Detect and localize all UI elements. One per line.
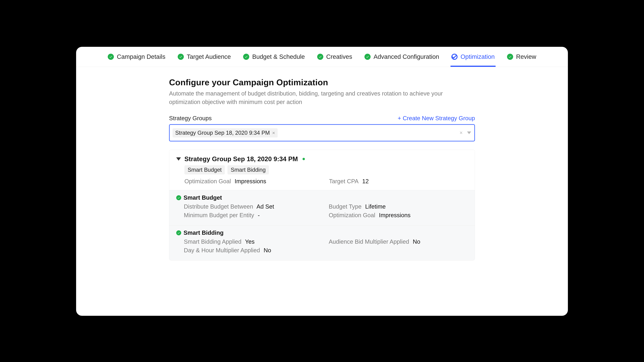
kv-value: No	[413, 238, 420, 245]
tag-smart-bidding: Smart Bidding	[228, 165, 269, 174]
step-campaign-details[interactable]: Campaign Details	[107, 47, 166, 67]
page-title: Configure your Campaign Optimization	[169, 77, 475, 87]
section-title: Smart Bidding	[184, 230, 224, 236]
kv-label: Target CPA	[329, 178, 358, 184]
kv-value: Impressions	[379, 212, 410, 218]
kv-budget-type: Budget Type Lifetime	[329, 203, 468, 210]
strategy-card: Strategy Group Sep 18, 2020 9:34 PM Smar…	[169, 150, 475, 261]
kv-value: 12	[362, 178, 369, 184]
kv-distribute-between: Distribute Budget Between Ad Set	[184, 203, 323, 210]
kv-value: Yes	[245, 238, 254, 245]
kv-value: Ad Set	[256, 203, 274, 210]
kv-label: Distribute Budget Between	[184, 203, 253, 210]
kv-label: Optimization Goal	[329, 212, 375, 218]
step-label: Review	[516, 53, 536, 60]
step-review[interactable]: Review	[506, 47, 537, 67]
check-icon	[176, 230, 181, 235]
section-smart-budget: Smart Budget Distribute Budget Between A…	[169, 190, 475, 225]
section-smart-bidding: Smart Bidding Smart Bidding Applied Yes …	[169, 225, 475, 260]
check-icon	[176, 195, 181, 200]
step-target-audience[interactable]: Target Audience	[177, 47, 232, 67]
kv-value: -	[258, 212, 260, 218]
step-label: Creatives	[326, 53, 352, 60]
clear-select-icon[interactable]: ×	[460, 130, 463, 136]
check-icon	[178, 54, 184, 60]
chip-label: Strategy Group Sep 18, 2020 9:34 PM	[175, 130, 270, 136]
step-label: Optimization	[460, 53, 494, 60]
step-advanced-configuration[interactable]: Advanced Configuration	[364, 47, 440, 67]
step-budget-schedule[interactable]: Budget & Schedule	[242, 47, 306, 67]
section-title: Smart Budget	[184, 194, 222, 201]
kv-label: Optimization Goal	[184, 178, 231, 184]
remove-chip-icon[interactable]: ×	[272, 130, 275, 135]
kv-optimization-goal-2: Optimization Goal Impressions	[329, 212, 468, 219]
main-panel: Campaign Details Target Audience Budget …	[76, 47, 568, 316]
kv-smart-bidding-applied: Smart Bidding Applied Yes	[184, 238, 323, 245]
kv-optimization-goal: Optimization Goal Impressions	[184, 178, 323, 185]
tag-smart-budget: Smart Budget	[184, 165, 225, 174]
check-icon	[108, 54, 114, 60]
step-label: Advanced Configuration	[374, 53, 439, 60]
selected-strategy-chip[interactable]: Strategy Group Sep 18, 2020 9:34 PM ×	[172, 128, 278, 137]
check-icon	[507, 54, 513, 60]
kv-empty	[329, 247, 468, 254]
kv-value: Impressions	[234, 178, 266, 184]
tag-row: Smart Budget Smart Bidding	[184, 165, 468, 174]
content: Configure your Campaign Optimization Aut…	[163, 77, 481, 261]
kv-value: Lifetime	[365, 203, 386, 210]
strategy-groups-label: Strategy Groups	[169, 115, 212, 122]
step-label: Budget & Schedule	[252, 53, 305, 60]
kv-day-hour-multiplier: Day & Hour Multiplier Applied No	[184, 247, 323, 254]
kv-min-budget: Minimum Budget per Entity -	[184, 212, 323, 219]
kv-label: Day & Hour Multiplier Applied	[184, 247, 260, 254]
step-creatives[interactable]: Creatives	[316, 47, 353, 67]
collapse-icon[interactable]	[176, 157, 181, 161]
step-optimization[interactable]: Optimization	[450, 47, 496, 67]
check-icon	[243, 54, 249, 60]
check-icon	[364, 54, 370, 60]
current-step-icon	[452, 54, 458, 60]
kv-target-cpa: Target CPA 12	[329, 178, 468, 185]
kv-label: Smart Bidding Applied	[184, 238, 242, 245]
step-label: Campaign Details	[117, 53, 166, 60]
chevron-down-icon[interactable]	[467, 131, 471, 134]
kv-label: Budget Type	[329, 203, 362, 210]
step-label: Target Audience	[187, 53, 231, 60]
page-subtitle: Automate the management of budget distri…	[169, 89, 456, 106]
kv-label: Audience Bid Multiplier Applied	[329, 238, 409, 245]
card-title: Strategy Group Sep 18, 2020 9:34 PM	[184, 155, 298, 163]
title-bold: Optimization	[276, 77, 328, 87]
kv-audience-bid-multiplier: Audience Bid Multiplier Applied No	[329, 238, 468, 245]
kv-value: No	[264, 247, 271, 254]
status-dot-icon	[302, 158, 305, 160]
check-icon	[317, 54, 323, 60]
strategy-group-select[interactable]: Strategy Group Sep 18, 2020 9:34 PM × ×	[169, 124, 475, 141]
steps-bar: Campaign Details Target Audience Budget …	[76, 47, 568, 67]
title-prefix: Configure your Campaign	[169, 77, 276, 87]
create-strategy-group-link[interactable]: + Create New Strategy Group	[398, 115, 475, 122]
kv-label: Minimum Budget per Entity	[184, 212, 254, 218]
